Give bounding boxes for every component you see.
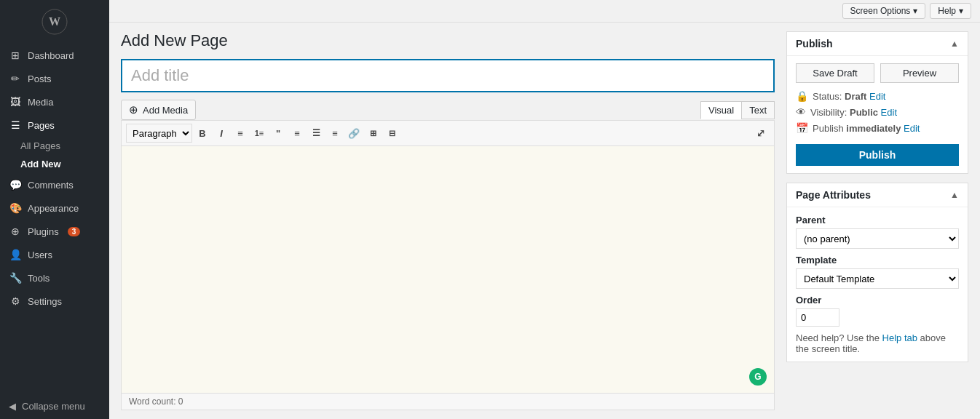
page-attributes-title: Page Attributes xyxy=(796,189,871,201)
sidebar-item-pages[interactable]: ☰ Pages xyxy=(0,113,109,137)
paragraph-format-select[interactable]: Paragraph xyxy=(126,124,192,143)
help-link[interactable]: Help tab xyxy=(882,332,917,343)
wp-logo: W xyxy=(0,0,109,44)
fullscreen-button[interactable]: ⤢ xyxy=(752,124,770,142)
calendar-icon: 📅 xyxy=(796,122,808,134)
page-attributes-chevron: ▲ xyxy=(950,190,959,200)
plugins-icon: ⊕ xyxy=(9,226,22,237)
posts-icon: ✏ xyxy=(9,73,22,84)
status-icon: 🔒 xyxy=(796,90,808,102)
svg-text:W: W xyxy=(49,15,60,28)
order-input[interactable] xyxy=(796,308,839,327)
sidebar-item-comments[interactable]: 💬 Comments xyxy=(0,173,109,196)
screen-options-button[interactable]: Screen Options ▾ xyxy=(842,3,926,19)
bold-button[interactable]: B xyxy=(194,124,211,142)
order-label: Order xyxy=(796,295,959,306)
visibility-meta: 👁 Visibility: Public Edit xyxy=(796,106,959,118)
publish-time-meta: 📅 Publish immediately Edit xyxy=(796,122,959,134)
more-button[interactable]: ⊟ xyxy=(383,124,400,142)
sidebar-item-appearance[interactable]: 🎨 Appearance xyxy=(0,196,109,220)
add-media-icon: ⊕ xyxy=(129,103,138,116)
publish-time-edit-link[interactable]: Edit xyxy=(904,123,920,134)
publish-panel-title: Publish xyxy=(796,38,833,49)
tab-visual[interactable]: Visual xyxy=(700,101,741,119)
editor-footer: Word count: 0 xyxy=(122,393,774,410)
collapse-icon: ◀ xyxy=(9,401,16,412)
publish-panel-header[interactable]: Publish ▲ xyxy=(787,32,968,56)
status-edit-link[interactable]: Edit xyxy=(869,91,885,102)
main-content: Screen Options ▾ Help ▾ Add New Page ⊕ A… xyxy=(109,0,980,419)
sidebar-item-tools[interactable]: 🔧 Tools xyxy=(0,266,109,290)
editor-toolbar-row: ⊕ Add Media Visual Text xyxy=(121,100,775,120)
help-button[interactable]: Help ▾ xyxy=(930,3,971,19)
table-button[interactable]: ⊞ xyxy=(364,124,382,142)
add-media-button[interactable]: ⊕ Add Media xyxy=(121,100,196,120)
template-label: Template xyxy=(796,255,959,266)
editor-wrapper: Paragraph B I ≡ 1≡ " ≡ ☰ ≡ 🔗 ⊞ ⊟ ⤢ xyxy=(121,120,775,410)
publish-actions: Save Draft Preview xyxy=(796,63,959,83)
sidebar-item-dashboard[interactable]: ⊞ Dashboard xyxy=(0,44,109,67)
publish-panel-body: Save Draft Preview 🔒 Status: Draft Edit … xyxy=(787,56,968,173)
ordered-list-button[interactable]: 1≡ xyxy=(250,124,268,142)
sidebar-item-add-new[interactable]: Add New xyxy=(20,155,109,173)
word-count: Word count: 0 xyxy=(129,396,183,407)
parent-select[interactable]: (no parent) xyxy=(796,228,959,249)
chevron-down-icon: ▾ xyxy=(959,6,963,16)
sidebar-item-all-pages[interactable]: All Pages xyxy=(20,137,109,155)
pages-icon: ☰ xyxy=(9,119,22,131)
collapse-menu-button[interactable]: ◀ Collapse menu xyxy=(0,394,109,419)
page-attributes-body: Parent (no parent) Template Default Temp… xyxy=(787,207,968,362)
visibility-icon: 👁 xyxy=(796,106,806,118)
align-center-button[interactable]: ☰ xyxy=(307,124,325,142)
sidebar-item-posts[interactable]: ✏ Posts xyxy=(0,67,109,90)
page-title-input[interactable] xyxy=(121,59,775,92)
content-area: Add New Page ⊕ Add Media Visual Text P xyxy=(109,23,980,419)
topbar: Screen Options ▾ Help ▾ xyxy=(109,0,980,23)
parent-label: Parent xyxy=(796,215,959,226)
tools-icon: 🔧 xyxy=(9,272,22,284)
visual-text-tabs: Visual Text xyxy=(700,101,775,119)
visibility-edit-link[interactable]: Edit xyxy=(881,107,897,118)
editor-body[interactable]: G xyxy=(122,146,774,393)
publish-panel: Publish ▲ Save Draft Preview 🔒 Status: D… xyxy=(786,31,968,174)
unordered-list-button[interactable]: ≡ xyxy=(232,124,249,142)
editor-column: Add New Page ⊕ Add Media Visual Text P xyxy=(121,31,775,410)
preview-button[interactable]: Preview xyxy=(880,63,959,83)
grammarly-icon: G xyxy=(749,368,767,386)
page-title: Add New Page xyxy=(121,31,775,50)
italic-button[interactable]: I xyxy=(213,124,230,142)
blockquote-button[interactable]: " xyxy=(269,124,287,142)
sidebar-item-media[interactable]: 🖼 Media xyxy=(0,90,109,113)
tab-text[interactable]: Text xyxy=(741,101,775,119)
align-left-button[interactable]: ≡ xyxy=(288,124,306,142)
status-label: Status: Draft Edit xyxy=(813,91,885,102)
visibility-label: Visibility: Public Edit xyxy=(810,107,897,118)
pages-subnav: All Pages Add New xyxy=(0,137,109,173)
page-attributes-panel-header[interactable]: Page Attributes ▲ xyxy=(787,183,968,207)
status-meta: 🔒 Status: Draft Edit xyxy=(796,90,959,102)
sidebar-panels: Publish ▲ Save Draft Preview 🔒 Status: D… xyxy=(786,31,968,410)
sidebar-item-users[interactable]: 👤 Users xyxy=(0,243,109,266)
save-draft-button[interactable]: Save Draft xyxy=(796,63,874,83)
media-icon: 🖼 xyxy=(9,96,22,108)
comments-icon: 💬 xyxy=(9,179,22,191)
chevron-down-icon: ▾ xyxy=(913,6,917,16)
users-icon: 👤 xyxy=(9,249,22,260)
appearance-icon: 🎨 xyxy=(9,202,22,214)
align-right-button[interactable]: ≡ xyxy=(326,124,344,142)
sidebar-item-plugins[interactable]: ⊕ Plugins 3 xyxy=(0,220,109,243)
settings-icon: ⚙ xyxy=(9,295,22,307)
link-button[interactable]: 🔗 xyxy=(345,124,363,142)
publish-time-label: Publish immediately Edit xyxy=(813,123,920,134)
publish-panel-chevron: ▲ xyxy=(950,39,959,49)
editor-format-bar: Paragraph B I ≡ 1≡ " ≡ ☰ ≡ 🔗 ⊞ ⊟ ⤢ xyxy=(122,121,774,146)
sidebar-item-settings[interactable]: ⚙ Settings xyxy=(0,290,109,313)
dashboard-icon: ⊞ xyxy=(9,49,22,61)
template-select[interactable]: Default Template xyxy=(796,268,959,289)
help-text: Need help? Use the Help tab above the sc… xyxy=(796,332,959,354)
sidebar: W ⊞ Dashboard ✏ Posts 🖼 Media ☰ Pages Al… xyxy=(0,0,109,419)
publish-button[interactable]: Publish xyxy=(796,144,959,166)
plugins-badge: 3 xyxy=(68,227,81,236)
page-attributes-panel: Page Attributes ▲ Parent (no parent) Tem… xyxy=(786,183,968,362)
